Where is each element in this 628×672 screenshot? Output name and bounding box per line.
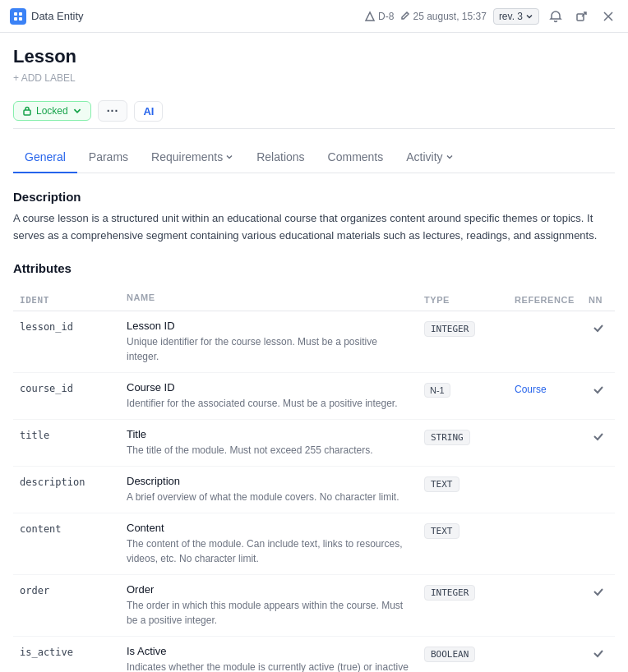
cell-reference: Course — [508, 372, 582, 419]
d8-badge: D-8 — [364, 11, 394, 22]
tab-comments[interactable]: Comments — [316, 142, 395, 173]
table-row: lesson_idLesson IDUnique identifier for … — [13, 311, 615, 372]
table-row: orderOrderThe order in which this module… — [13, 574, 615, 636]
field-name: Order — [127, 583, 411, 596]
cell-type: INTEGER — [418, 574, 508, 636]
close-icon[interactable] — [598, 7, 618, 26]
svg-rect-5 — [24, 110, 30, 115]
cell-type: INTEGER — [418, 311, 508, 372]
cell-type: TEXT — [418, 466, 508, 513]
cell-type: TEXT — [418, 513, 508, 574]
cell-ident: content — [13, 513, 120, 574]
cell-name: Course IDIdentifier for the associated c… — [120, 372, 418, 419]
more-button[interactable]: ··· — [98, 100, 128, 122]
edit-timestamp: 25 august, 15:37 — [400, 11, 486, 22]
cell-name: ContentThe content of the module. Can in… — [120, 513, 418, 574]
tabs-bar: General Params Requirements Relations Co… — [13, 142, 615, 173]
field-description: A brief overview of what the module cove… — [127, 490, 411, 504]
cell-nn — [582, 372, 615, 419]
cell-ident: title — [13, 419, 120, 466]
field-name: Description — [127, 475, 411, 487]
external-link-icon[interactable] — [572, 7, 592, 26]
revision-badge[interactable]: rev. 3 — [493, 8, 539, 25]
reference-link[interactable]: Course — [515, 384, 547, 395]
field-description: Unique identifier for the course lesson.… — [127, 334, 411, 364]
field-description: Indicates whether the module is currentl… — [127, 660, 411, 672]
svg-rect-0 — [14, 12, 17, 16]
cell-reference — [508, 419, 582, 466]
tab-relations[interactable]: Relations — [245, 142, 316, 173]
ai-button[interactable]: AI — [134, 101, 163, 122]
cell-reference — [508, 574, 582, 636]
top-bar: Data Entity D-8 25 august, 15:37 rev. 3 — [0, 0, 628, 33]
field-description: The order in which this module appears w… — [127, 598, 411, 628]
cell-reference — [508, 636, 582, 672]
toolbar: Locked ··· AI — [13, 94, 615, 129]
attributes-table: IDENT NAME TYPE REFERENCE NN lesson_idLe… — [13, 285, 615, 672]
description-section: Description A course lesson is a structu… — [13, 190, 615, 245]
ref-type-badge: N-1 — [424, 383, 450, 398]
cell-type: BOOLEAN — [418, 636, 508, 672]
type-badge: TEXT — [424, 476, 459, 492]
field-description: The title of the module. Must not exceed… — [127, 443, 411, 458]
cell-nn — [582, 311, 615, 372]
cell-reference — [508, 513, 582, 574]
svg-rect-1 — [19, 12, 22, 16]
type-badge: BOOLEAN — [424, 647, 475, 662]
field-name: Content — [127, 522, 411, 534]
cell-ident: order — [13, 574, 120, 636]
cell-nn — [582, 513, 615, 574]
cell-ident: lesson_id — [13, 311, 120, 372]
cell-type: STRING — [418, 419, 508, 466]
field-name: Is Active — [127, 645, 411, 657]
cell-ident: is_active — [13, 636, 120, 672]
cell-nn — [582, 419, 615, 466]
cell-type: N-1 — [418, 372, 508, 419]
cell-ident: description — [13, 466, 120, 513]
cell-ident: course_id — [13, 372, 120, 419]
field-description: Identifier for the associated course. Mu… — [127, 396, 411, 411]
app-title: Data Entity — [31, 10, 84, 22]
type-badge: STRING — [424, 430, 470, 445]
check-icon — [589, 585, 608, 598]
description-title: Description — [13, 190, 615, 204]
col-header-ident: IDENT — [13, 285, 120, 311]
attributes-section: Attributes IDENT NAME TYPE REFERENCE NN … — [13, 261, 615, 672]
type-badge: TEXT — [424, 523, 459, 539]
entity-title: Lesson — [13, 46, 615, 67]
field-name: Course ID — [127, 381, 411, 394]
table-row: titleTitleThe title of the module. Must … — [13, 419, 615, 466]
col-header-type: TYPE — [418, 285, 508, 311]
attributes-title: Attributes — [13, 261, 615, 275]
cell-name: DescriptionA brief overview of what the … — [120, 466, 418, 513]
check-icon — [589, 430, 608, 443]
cell-reference — [508, 466, 582, 513]
tab-params[interactable]: Params — [77, 142, 140, 173]
table-row: descriptionDescriptionA brief overview o… — [13, 466, 615, 513]
cell-nn — [582, 466, 615, 513]
type-badge: INTEGER — [424, 585, 475, 601]
table-row: course_idCourse IDIdentifier for the ass… — [13, 372, 615, 419]
cell-name: Lesson IDUnique identifier for the cours… — [120, 311, 418, 372]
check-icon — [589, 647, 608, 660]
svg-rect-3 — [19, 17, 22, 21]
table-row: contentContentThe content of the module.… — [13, 513, 615, 574]
table-row: is_activeIs ActiveIndicates whether the … — [13, 636, 615, 672]
add-label-button[interactable]: + ADD LABEL — [13, 72, 615, 84]
cell-reference — [508, 311, 582, 372]
app-branding: Data Entity — [10, 8, 84, 25]
tab-requirements[interactable]: Requirements — [140, 142, 245, 173]
col-header-name: NAME — [120, 285, 418, 311]
svg-rect-2 — [14, 17, 17, 21]
top-bar-actions: D-8 25 august, 15:37 rev. 3 — [364, 7, 618, 26]
cell-name: OrderThe order in which this module appe… — [120, 574, 418, 636]
tab-activity[interactable]: Activity — [395, 142, 464, 173]
description-text: A course lesson is a structured unit wit… — [13, 210, 615, 245]
tab-general[interactable]: General — [13, 142, 77, 173]
check-icon — [589, 321, 608, 334]
cell-name: TitleThe title of the module. Must not e… — [120, 419, 418, 466]
app-icon — [10, 8, 26, 25]
bell-icon[interactable] — [546, 7, 566, 26]
locked-button[interactable]: Locked — [13, 101, 91, 121]
field-name: Title — [127, 428, 411, 440]
